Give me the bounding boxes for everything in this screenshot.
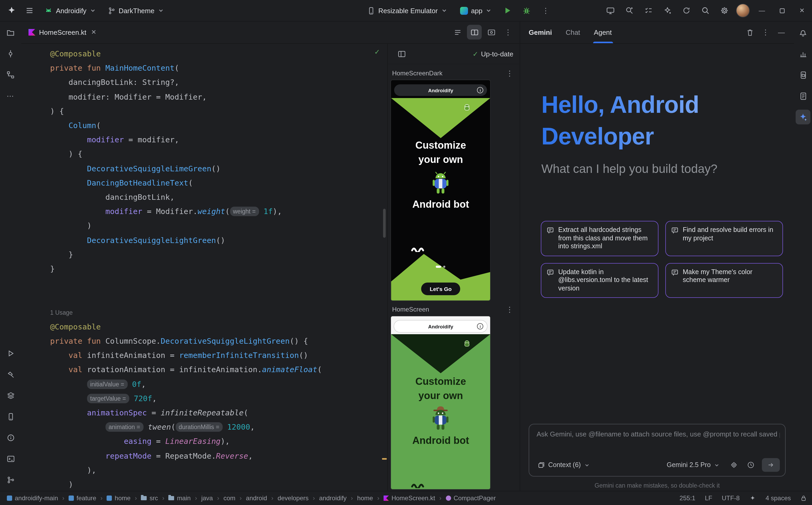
gemini-input[interactable] <box>536 430 781 439</box>
code-line[interactable]: val rotationAnimation = infiniteAnimatio… <box>50 363 387 377</box>
preview-layout-button[interactable] <box>394 46 409 61</box>
code-line[interactable]: ) <box>50 219 387 233</box>
code-line[interactable]: val infiniteAnimation = rememberInfinite… <box>50 349 387 363</box>
gemini-options-button[interactable]: ⋮ <box>758 25 773 39</box>
code-line[interactable]: private fun MainHomeContent( <box>50 61 387 75</box>
terminal-tool-button[interactable] <box>3 451 18 466</box>
inspections-ok-icon[interactable]: ✓ <box>374 48 380 56</box>
lets-go-button[interactable]: Let's Go <box>421 283 460 295</box>
code-line[interactable]: ) <box>50 478 387 491</box>
device-manager-tool-button[interactable] <box>3 388 18 403</box>
tab-close-icon[interactable]: ✕ <box>91 28 96 36</box>
version-control-tool-button[interactable] <box>3 472 18 487</box>
search-everywhere-button[interactable] <box>698 3 713 18</box>
run-button[interactable] <box>500 3 515 18</box>
code-line[interactable] <box>50 277 387 291</box>
code-line[interactable]: dancingBotLink, <box>50 190 387 204</box>
code-line[interactable]: ) { <box>50 147 387 162</box>
profiler-tool-button[interactable] <box>796 46 810 61</box>
assistant-tool-button[interactable] <box>796 89 810 103</box>
gemini-input-box[interactable]: Context (6) Gemini 2.5 Pro <box>529 424 786 477</box>
suggestion-card[interactable]: Update kotlin in @libs.version.toml to t… <box>541 263 659 298</box>
more-tool-windows-button[interactable]: ⋯ <box>3 89 18 103</box>
clear-chat-button[interactable] <box>742 25 757 39</box>
code-area[interactable]: @Composableprivate fun MainHomeContent( … <box>21 44 387 491</box>
model-selector[interactable]: Gemini 2.5 Pro <box>664 460 723 470</box>
sync-project-button[interactable] <box>679 3 694 18</box>
gemini-settings-button[interactable] <box>728 459 740 471</box>
design-view-button[interactable] <box>484 25 498 39</box>
breadcrumb-item[interactable]: com <box>222 494 237 502</box>
device-mirroring-button[interactable] <box>603 3 618 18</box>
preview-card-dark[interactable]: Androidify i Customize your own <box>391 80 490 301</box>
editor-tab-homescreen[interactable]: HomeScreen.kt ✕ <box>21 21 103 43</box>
close-button[interactable]: ✕ <box>794 3 810 18</box>
breadcrumb-item[interactable]: developers <box>276 494 310 502</box>
code-line[interactable]: private fun ColumnScope.DecorativeSquigg… <box>50 334 387 348</box>
maximize-button[interactable] <box>774 3 790 18</box>
code-line[interactable]: animationSpec = infiniteRepeatable( <box>50 406 387 420</box>
send-button[interactable] <box>762 458 780 472</box>
breadcrumb-item[interactable]: android <box>244 494 268 502</box>
context-selector[interactable]: Context (6) <box>535 460 593 470</box>
code-line[interactable]: ), <box>50 463 387 478</box>
code-line[interactable]: DecorativeSquiggleLimeGreen() <box>50 162 387 176</box>
code-line[interactable]: modifier: Modifier = Modifier, <box>50 90 387 104</box>
structure-tool-button[interactable] <box>3 67 18 82</box>
lock-icon[interactable] <box>800 495 807 501</box>
ai-search-button[interactable] <box>622 3 637 18</box>
gemini-tool-button[interactable] <box>796 110 810 124</box>
preview-options-icon[interactable]: ⋮ <box>506 69 513 77</box>
problems-tool-button[interactable] <box>3 430 18 445</box>
build-tool-window-button[interactable] <box>3 367 18 382</box>
user-avatar[interactable] <box>736 4 750 17</box>
code-line[interactable]: @Composable <box>50 320 387 334</box>
code-line[interactable]: animation = tween(durationMillis = 12000… <box>50 420 387 435</box>
code-line[interactable]: ) { <box>50 105 387 119</box>
code-line[interactable]: DecorativeSquiggleLightGreen() <box>50 233 387 247</box>
settings-button[interactable] <box>717 3 732 18</box>
breadcrumb-item[interactable]: main <box>167 494 192 502</box>
run-config-selector[interactable]: app <box>456 4 496 17</box>
code-line[interactable]: easing = LinearEasing), <box>50 435 387 449</box>
code-line[interactable] <box>50 291 387 305</box>
editor-scrollbar[interactable] <box>383 209 386 238</box>
preview-name-dark[interactable]: HomeScreenDark <box>392 69 443 77</box>
history-button[interactable] <box>745 459 757 471</box>
split-view-button[interactable] <box>467 25 482 39</box>
preview-name-light[interactable]: HomeScreen <box>392 306 429 313</box>
code-line[interactable]: initialValue = 0f, <box>50 377 387 391</box>
suggestion-card[interactable]: Extract all hardcoded strings from this … <box>541 221 659 256</box>
ai-status-icon[interactable] <box>749 495 756 502</box>
code-line[interactable]: dancingBotLink: String?, <box>50 75 387 90</box>
caret-position[interactable]: 255:1 <box>680 494 695 502</box>
project-tool-button[interactable] <box>3 25 18 40</box>
breadcrumb-item[interactable]: home <box>356 494 375 502</box>
suggestion-card[interactable]: Make my Theme's color scheme warmer <box>665 263 783 298</box>
project-selector[interactable]: Androidify <box>40 4 100 17</box>
breadcrumb-item[interactable]: HomeScreen.kt <box>382 494 437 502</box>
code-line[interactable]: modifier = modifier, <box>50 133 387 147</box>
notifications-button[interactable] <box>796 25 810 40</box>
code-line[interactable]: } <box>50 262 387 276</box>
file-encoding[interactable]: UTF-8 <box>722 494 740 502</box>
breadcrumb-item[interactable]: androidify <box>318 494 348 502</box>
breadcrumb-item[interactable]: CompactPager <box>444 494 497 502</box>
device-selector[interactable]: Resizable Emulator <box>363 4 451 17</box>
run-tool-window-button[interactable] <box>3 346 18 361</box>
preview-card-light[interactable]: Androidify i Customize your own <box>391 316 490 489</box>
ai-assist-button[interactable] <box>660 3 675 18</box>
code-line[interactable]: @Composable <box>50 47 387 61</box>
preview-status[interactable]: ✓ Up-to-date <box>472 50 513 58</box>
main-menu-button[interactable] <box>22 3 37 18</box>
device-explorer-tool-button[interactable] <box>796 67 810 82</box>
code-line[interactable]: DancingBotHeadlineText( <box>50 176 387 190</box>
code-line[interactable]: 1 Usage <box>50 305 387 320</box>
code-editor[interactable]: @Composableprivate fun MainHomeContent( … <box>21 44 387 491</box>
more-run-actions-button[interactable]: ⋮ <box>539 3 553 18</box>
line-separator[interactable]: LF <box>705 494 712 502</box>
breadcrumb-item[interactable]: androidify-main <box>5 494 60 502</box>
tab-agent[interactable]: Agent <box>594 21 612 43</box>
vcs-branch-selector[interactable]: DarkTheme <box>103 4 168 17</box>
code-view-button[interactable] <box>450 25 465 39</box>
